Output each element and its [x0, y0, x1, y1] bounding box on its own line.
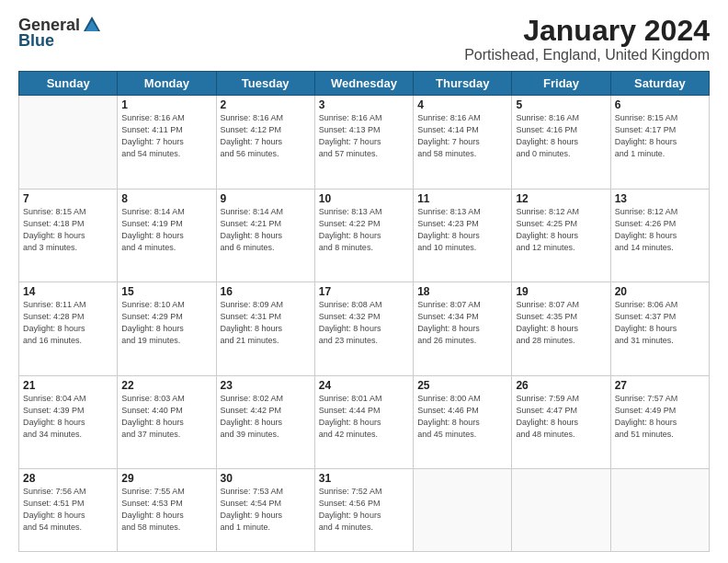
day-number: 13 — [615, 192, 705, 205]
day-info: Sunrise: 8:08 AM Sunset: 4:32 PM Dayligh… — [319, 299, 409, 347]
day-number: 15 — [121, 285, 211, 298]
day-number: 26 — [516, 379, 606, 392]
calendar-week-2: 7Sunrise: 8:15 AM Sunset: 4:18 PM Daylig… — [19, 189, 710, 282]
calendar-cell: 5Sunrise: 8:16 AM Sunset: 4:16 PM Daylig… — [512, 96, 610, 189]
header-friday: Friday — [512, 72, 610, 96]
day-number: 23 — [221, 379, 311, 392]
day-number: 6 — [615, 98, 705, 111]
day-number: 4 — [417, 98, 507, 111]
calendar-cell: 6Sunrise: 8:15 AM Sunset: 4:17 PM Daylig… — [610, 96, 709, 189]
calendar-week-3: 14Sunrise: 8:11 AM Sunset: 4:28 PM Dayli… — [19, 282, 710, 375]
day-number: 24 — [319, 379, 409, 392]
calendar-cell: 17Sunrise: 8:08 AM Sunset: 4:32 PM Dayli… — [314, 282, 413, 375]
day-info: Sunrise: 7:59 AM Sunset: 4:47 PM Dayligh… — [516, 393, 606, 441]
calendar-cell: 23Sunrise: 8:02 AM Sunset: 4:42 PM Dayli… — [216, 375, 314, 468]
calendar-cell: 16Sunrise: 8:09 AM Sunset: 4:31 PM Dayli… — [216, 282, 314, 375]
day-number: 19 — [516, 285, 606, 298]
calendar-week-5: 28Sunrise: 7:56 AM Sunset: 4:51 PM Dayli… — [19, 469, 710, 552]
day-number: 21 — [23, 379, 113, 392]
header-tuesday: Tuesday — [216, 72, 314, 96]
calendar-cell — [414, 469, 512, 552]
calendar-cell: 13Sunrise: 8:12 AM Sunset: 4:26 PM Dayli… — [610, 189, 709, 282]
title-area: January 2024 Portishead, England, United… — [464, 15, 710, 63]
day-number: 14 — [23, 285, 113, 298]
calendar-cell: 15Sunrise: 8:10 AM Sunset: 4:29 PM Dayli… — [118, 282, 216, 375]
day-info: Sunrise: 8:04 AM Sunset: 4:39 PM Dayligh… — [23, 393, 113, 441]
day-info: Sunrise: 8:16 AM Sunset: 4:16 PM Dayligh… — [516, 112, 606, 160]
day-info: Sunrise: 8:06 AM Sunset: 4:37 PM Dayligh… — [615, 299, 705, 347]
day-number: 8 — [121, 192, 211, 205]
header: General Blue January 2024 Portishead, En… — [18, 15, 710, 63]
day-number: 22 — [121, 379, 211, 392]
calendar-cell — [512, 469, 610, 552]
day-number: 7 — [23, 192, 113, 205]
calendar-cell: 3Sunrise: 8:16 AM Sunset: 4:13 PM Daylig… — [314, 96, 413, 189]
day-number: 2 — [221, 98, 311, 111]
day-info: Sunrise: 7:56 AM Sunset: 4:51 PM Dayligh… — [23, 486, 113, 534]
calendar-cell — [19, 96, 118, 189]
day-info: Sunrise: 8:00 AM Sunset: 4:46 PM Dayligh… — [417, 393, 507, 441]
calendar-cell: 2Sunrise: 8:16 AM Sunset: 4:12 PM Daylig… — [216, 96, 314, 189]
day-info: Sunrise: 7:53 AM Sunset: 4:54 PM Dayligh… — [221, 486, 311, 534]
day-number: 3 — [319, 98, 409, 111]
day-info: Sunrise: 8:12 AM Sunset: 4:26 PM Dayligh… — [615, 206, 705, 254]
day-number: 12 — [516, 192, 606, 205]
day-info: Sunrise: 8:15 AM Sunset: 4:18 PM Dayligh… — [23, 206, 113, 254]
day-number: 29 — [121, 472, 211, 485]
header-wednesday: Wednesday — [314, 72, 413, 96]
calendar-cell: 7Sunrise: 8:15 AM Sunset: 4:18 PM Daylig… — [19, 189, 118, 282]
day-info: Sunrise: 8:07 AM Sunset: 4:34 PM Dayligh… — [417, 299, 507, 347]
calendar-cell: 19Sunrise: 8:07 AM Sunset: 4:35 PM Dayli… — [512, 282, 610, 375]
calendar-cell: 12Sunrise: 8:12 AM Sunset: 4:25 PM Dayli… — [512, 189, 610, 282]
calendar-cell: 11Sunrise: 8:13 AM Sunset: 4:23 PM Dayli… — [414, 189, 512, 282]
day-number: 9 — [221, 192, 311, 205]
calendar-cell: 1Sunrise: 8:16 AM Sunset: 4:11 PM Daylig… — [118, 96, 216, 189]
calendar-table: Sunday Monday Tuesday Wednesday Thursday… — [18, 71, 710, 552]
calendar-cell: 27Sunrise: 7:57 AM Sunset: 4:49 PM Dayli… — [610, 375, 709, 468]
calendar-cell: 4Sunrise: 8:16 AM Sunset: 4:14 PM Daylig… — [414, 96, 512, 189]
day-number: 17 — [319, 285, 409, 298]
calendar-cell: 31Sunrise: 7:52 AM Sunset: 4:56 PM Dayli… — [314, 469, 413, 552]
calendar-cell: 28Sunrise: 7:56 AM Sunset: 4:51 PM Dayli… — [19, 469, 118, 552]
day-number: 31 — [319, 472, 409, 485]
day-info: Sunrise: 8:15 AM Sunset: 4:17 PM Dayligh… — [615, 112, 705, 160]
day-info: Sunrise: 8:16 AM Sunset: 4:13 PM Dayligh… — [319, 112, 409, 160]
day-info: Sunrise: 8:01 AM Sunset: 4:44 PM Dayligh… — [319, 393, 409, 441]
day-number: 18 — [417, 285, 507, 298]
day-info: Sunrise: 8:14 AM Sunset: 4:19 PM Dayligh… — [121, 206, 211, 254]
calendar-cell: 30Sunrise: 7:53 AM Sunset: 4:54 PM Dayli… — [216, 469, 314, 552]
day-info: Sunrise: 7:52 AM Sunset: 4:56 PM Dayligh… — [319, 486, 409, 534]
day-info: Sunrise: 8:14 AM Sunset: 4:21 PM Dayligh… — [221, 206, 311, 254]
calendar-cell — [610, 469, 709, 552]
day-info: Sunrise: 7:55 AM Sunset: 4:53 PM Dayligh… — [121, 486, 211, 534]
day-info: Sunrise: 8:16 AM Sunset: 4:11 PM Dayligh… — [121, 112, 211, 160]
calendar-cell: 8Sunrise: 8:14 AM Sunset: 4:19 PM Daylig… — [118, 189, 216, 282]
calendar-cell: 29Sunrise: 7:55 AM Sunset: 4:53 PM Dayli… — [118, 469, 216, 552]
day-info: Sunrise: 8:07 AM Sunset: 4:35 PM Dayligh… — [516, 299, 606, 347]
page: General Blue January 2024 Portishead, En… — [0, 0, 728, 563]
logo-blue-text: Blue — [18, 31, 54, 51]
day-number: 25 — [417, 379, 507, 392]
calendar-cell: 20Sunrise: 8:06 AM Sunset: 4:37 PM Dayli… — [610, 282, 709, 375]
calendar-cell: 21Sunrise: 8:04 AM Sunset: 4:39 PM Dayli… — [19, 375, 118, 468]
calendar-cell: 26Sunrise: 7:59 AM Sunset: 4:47 PM Dayli… — [512, 375, 610, 468]
month-title: January 2024 — [464, 15, 710, 47]
calendar-cell: 10Sunrise: 8:13 AM Sunset: 4:22 PM Dayli… — [314, 189, 413, 282]
day-number: 20 — [615, 285, 705, 298]
logo: General Blue — [18, 15, 102, 51]
location-subtitle: Portishead, England, United Kingdom — [464, 47, 710, 63]
calendar-week-4: 21Sunrise: 8:04 AM Sunset: 4:39 PM Dayli… — [19, 375, 710, 468]
day-number: 27 — [615, 379, 705, 392]
calendar-header-row: Sunday Monday Tuesday Wednesday Thursday… — [19, 72, 710, 96]
day-info: Sunrise: 8:03 AM Sunset: 4:40 PM Dayligh… — [121, 393, 211, 441]
calendar-cell: 22Sunrise: 8:03 AM Sunset: 4:40 PM Dayli… — [118, 375, 216, 468]
day-info: Sunrise: 8:13 AM Sunset: 4:22 PM Dayligh… — [319, 206, 409, 254]
day-number: 28 — [23, 472, 113, 485]
day-number: 10 — [319, 192, 409, 205]
calendar-cell: 14Sunrise: 8:11 AM Sunset: 4:28 PM Dayli… — [19, 282, 118, 375]
day-info: Sunrise: 8:10 AM Sunset: 4:29 PM Dayligh… — [121, 299, 211, 347]
header-monday: Monday — [118, 72, 216, 96]
day-number: 30 — [221, 472, 311, 485]
day-info: Sunrise: 8:13 AM Sunset: 4:23 PM Dayligh… — [417, 206, 507, 254]
day-info: Sunrise: 8:16 AM Sunset: 4:14 PM Dayligh… — [417, 112, 507, 160]
